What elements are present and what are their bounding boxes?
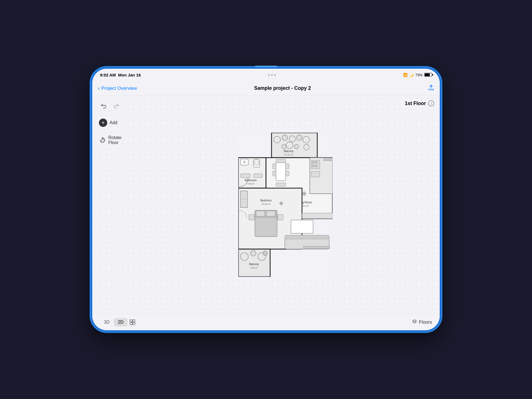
- time: 9:02 AM: [100, 73, 116, 77]
- svg-point-6: [296, 135, 302, 140]
- svg-point-4: [282, 135, 288, 140]
- svg-point-18: [243, 161, 245, 163]
- left-panel: + Add Rotate Floor: [92, 96, 131, 314]
- floor-name: 1st Floor: [405, 101, 426, 106]
- svg-point-28: [312, 165, 314, 167]
- svg-point-65: [250, 250, 256, 256]
- svg-text:20.30 m²: 20.30 m²: [262, 203, 270, 205]
- rotate-icon: [99, 136, 106, 144]
- add-button[interactable]: + Add: [99, 119, 124, 127]
- svg-rect-60: [291, 220, 313, 233]
- add-circle-icon: +: [99, 119, 107, 127]
- svg-point-10: [294, 144, 299, 149]
- svg-rect-49: [249, 214, 254, 220]
- add-label: Add: [109, 120, 117, 125]
- svg-rect-61: [303, 246, 330, 249]
- svg-rect-38: [276, 183, 286, 186]
- dot3: [274, 74, 276, 76]
- svg-rect-34: [273, 171, 276, 176]
- svg-rect-35: [286, 164, 289, 169]
- back-label: Project Overview: [101, 86, 137, 91]
- svg-point-29: [315, 165, 317, 167]
- svg-rect-73: [133, 323, 135, 325]
- svg-point-8: [282, 144, 286, 149]
- svg-rect-72: [130, 323, 132, 325]
- svg-rect-50: [278, 214, 283, 220]
- svg-text:Balcony: Balcony: [284, 150, 294, 153]
- back-chevron-icon: ‹: [98, 85, 100, 91]
- floors-icon: [412, 319, 417, 326]
- grid-view-button[interactable]: [128, 318, 137, 327]
- nav-title: Sample project - Copy 2: [254, 85, 311, 91]
- svg-text:Bathroom: Bathroom: [245, 179, 257, 182]
- floor-label: 1st Floor i: [405, 100, 434, 106]
- status-icons: 📶 🌙 73%: [403, 73, 432, 77]
- info-icon[interactable]: i: [428, 100, 434, 106]
- svg-rect-30: [311, 172, 320, 177]
- status-dots: [268, 74, 276, 76]
- svg-point-67: [263, 251, 267, 255]
- view-2d-button[interactable]: 2D: [114, 318, 127, 326]
- view-toggle: 3D 2D: [100, 318, 137, 327]
- svg-rect-62: [302, 213, 332, 219]
- svg-point-26: [312, 161, 314, 163]
- nav-bar: ‹ Project Overview Sample project - Copy…: [92, 81, 440, 96]
- screen: 9:02 AM Mon Jan 16 📶 🌙 73% ‹ Project Ove…: [92, 69, 440, 330]
- back-button[interactable]: ‹ Project Overview: [98, 85, 137, 91]
- dot1: [268, 74, 270, 76]
- svg-text:6.45 m²: 6.45 m²: [250, 267, 258, 269]
- undo-button[interactable]: [99, 101, 108, 110]
- battery-percent: 73%: [415, 73, 423, 77]
- svg-text:Bedroom: Bedroom: [260, 199, 272, 202]
- rotate-label: Rotate Floor: [108, 135, 124, 145]
- main-content: + Add Rotate Floor: [92, 96, 440, 314]
- bottom-bar: 3D 2D Floors: [92, 314, 440, 330]
- svg-rect-48: [267, 211, 275, 216]
- svg-rect-20: [254, 174, 262, 178]
- svg-rect-70: [130, 320, 132, 322]
- view-3d-button[interactable]: 3D: [100, 318, 113, 326]
- svg-rect-47: [256, 211, 265, 216]
- redo-button[interactable]: [112, 101, 121, 110]
- svg-rect-59: [285, 235, 329, 239]
- date: Mon Jan 16: [118, 73, 141, 77]
- dot2: [271, 74, 273, 76]
- svg-rect-37: [276, 159, 286, 163]
- wifi-icon: 📶: [403, 73, 408, 77]
- floors-button[interactable]: Floors: [412, 319, 432, 326]
- svg-rect-0: [101, 139, 104, 142]
- svg-point-27: [315, 161, 317, 163]
- status-bar: 9:02 AM Mon Jan 16 📶 🌙 73%: [92, 69, 440, 81]
- svg-rect-33: [273, 164, 276, 169]
- device-frame: 9:02 AM Mon Jan 16 📶 🌙 73% ‹ Project Ove…: [90, 66, 442, 332]
- floorplan-svg[interactable]: Balcony 12.41 m² Bathroom: [238, 133, 332, 277]
- share-button[interactable]: [428, 85, 434, 92]
- svg-rect-71: [133, 320, 135, 322]
- moon-icon: 🌙: [409, 73, 414, 77]
- floor-plan-area[interactable]: 1st Floor i: [131, 96, 440, 314]
- svg-rect-31: [324, 158, 332, 161]
- rotate-floor-button[interactable]: Rotate Floor: [99, 135, 124, 145]
- svg-rect-19: [241, 174, 250, 178]
- battery-fill: [425, 73, 430, 76]
- svg-rect-32: [276, 163, 286, 181]
- status-time: 9:02 AM Mon Jan 16: [100, 73, 141, 77]
- battery-icon: [424, 73, 432, 77]
- svg-text:Balcony: Balcony: [249, 263, 259, 266]
- svg-text:7.69 m²: 7.69 m²: [247, 183, 254, 185]
- svg-rect-36: [286, 171, 289, 176]
- floors-label: Floors: [419, 319, 432, 325]
- svg-text:12.41 m²: 12.41 m²: [284, 154, 293, 156]
- svg-point-16: [254, 159, 259, 166]
- undo-redo-row: [99, 101, 124, 110]
